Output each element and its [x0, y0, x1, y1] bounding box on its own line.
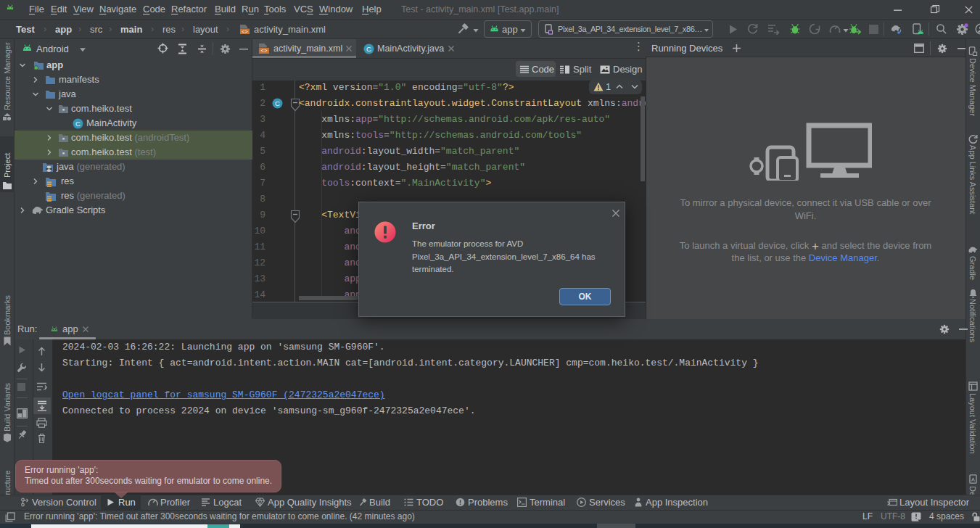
svg-text:C: C	[75, 120, 81, 128]
svg-text:<>: <>	[242, 29, 247, 35]
svg-text:C: C	[275, 99, 280, 107]
